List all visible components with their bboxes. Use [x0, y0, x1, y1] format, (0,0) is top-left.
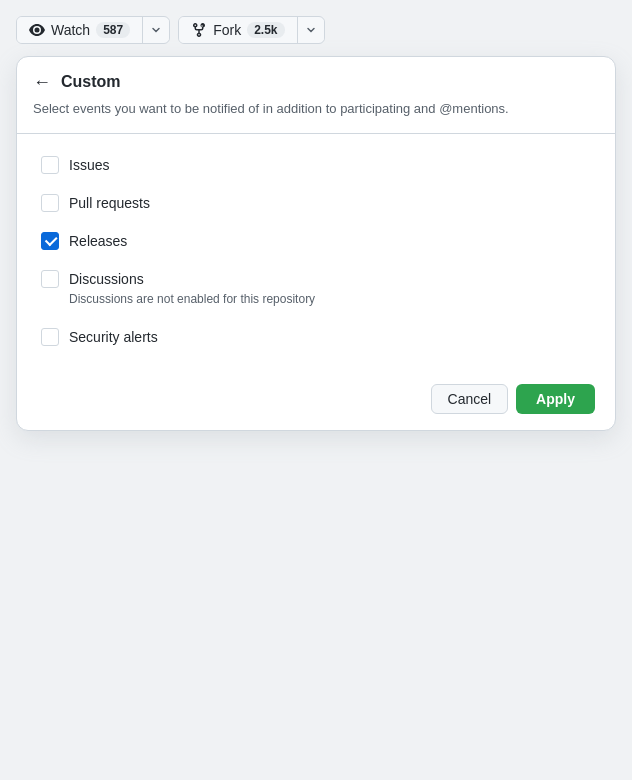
watch-count: 587 — [96, 22, 130, 38]
label-releases: Releases — [69, 233, 127, 249]
checkbox-pull-requests[interactable] — [41, 194, 59, 212]
fork-label: Fork — [213, 22, 241, 38]
back-button[interactable]: ← — [33, 73, 51, 91]
eye-icon — [29, 22, 45, 38]
label-security-alerts: Security alerts — [69, 329, 158, 345]
apply-button[interactable]: Apply — [516, 384, 595, 414]
chevron-down-icon-2 — [306, 25, 316, 35]
panel-header: ← Custom Select events you want to be no… — [17, 57, 615, 134]
cancel-button[interactable]: Cancel — [431, 384, 509, 414]
fork-button[interactable]: Fork 2.5k — [179, 17, 297, 43]
fork-count: 2.5k — [247, 22, 284, 38]
label-issues: Issues — [69, 157, 109, 173]
toolbar: Watch 587 Fork 2.5k — [16, 16, 616, 44]
watch-chevron[interactable] — [143, 20, 169, 40]
checkbox-security-alerts[interactable] — [41, 328, 59, 346]
option-discussions: Discussions Discussions are not enabled … — [37, 260, 595, 318]
option-releases: Releases — [37, 222, 595, 260]
option-pull-requests: Pull requests — [37, 184, 595, 222]
options-list: Issues Pull requests Releases Discussi — [17, 134, 615, 372]
option-security-alerts: Security alerts — [37, 318, 595, 356]
checkbox-issues[interactable] — [41, 156, 59, 174]
chevron-down-icon — [151, 25, 161, 35]
panel-description: Select events you want to be notified of… — [33, 99, 595, 119]
discussions-sublabel: Discussions are not enabled for this rep… — [41, 290, 591, 308]
checkbox-discussions[interactable] — [41, 270, 59, 288]
fork-chevron[interactable] — [298, 20, 324, 40]
watch-button[interactable]: Watch 587 — [17, 17, 143, 43]
label-pull-requests: Pull requests — [69, 195, 150, 211]
checkbox-releases[interactable] — [41, 232, 59, 250]
watch-button-group: Watch 587 — [16, 16, 170, 44]
fork-button-group: Fork 2.5k — [178, 16, 324, 44]
panel-footer: Cancel Apply — [17, 372, 615, 430]
fork-icon — [191, 22, 207, 38]
panel-title: Custom — [61, 73, 121, 91]
option-issues: Issues — [37, 146, 595, 184]
label-discussions: Discussions — [69, 271, 144, 287]
custom-notifications-panel: ← Custom Select events you want to be no… — [16, 56, 616, 431]
watch-label: Watch — [51, 22, 90, 38]
